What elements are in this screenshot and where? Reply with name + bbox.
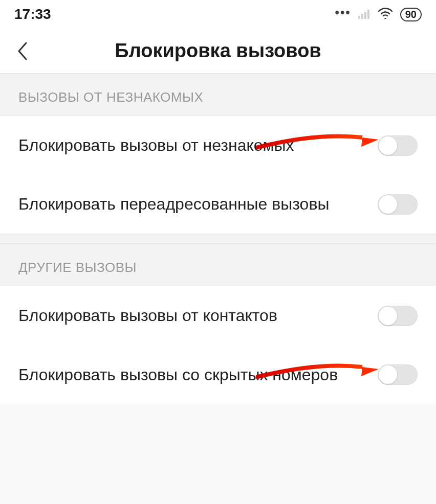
toggle-knob	[379, 195, 397, 214]
row-label: Блокировать вызовы от незнакомых	[18, 134, 378, 156]
section-header-unknown: ВЫЗОВЫ ОТ НЕЗНАКОМЫХ	[0, 74, 436, 116]
row-block-contacts[interactable]: Блокировать вызовы от контактов	[0, 286, 436, 345]
chevron-left-icon	[17, 42, 28, 60]
back-button[interactable]	[10, 39, 35, 63]
battery-indicator: 90	[400, 8, 422, 21]
toggle-knob	[379, 307, 397, 325]
toggle-knob	[379, 136, 397, 155]
row-label: Блокировать вызовы от контактов	[18, 305, 378, 327]
status-time: 17:33	[14, 6, 51, 22]
row-block-forwarded[interactable]: Блокировать переадресованные вызовы	[0, 175, 436, 234]
section-other: Блокировать вызовы от контактов Блокиров…	[0, 286, 436, 404]
more-icon: •••	[335, 5, 351, 19]
section-divider	[0, 234, 436, 244]
status-icons: ••• 90	[335, 6, 422, 22]
svg-rect-2	[364, 12, 366, 19]
toggle-block-forwarded[interactable]	[378, 194, 418, 215]
row-block-unknown[interactable]: Блокировать вызовы от незнакомых	[0, 116, 436, 175]
row-label: Блокировать вызовы со скрытых номеров	[18, 364, 378, 386]
row-label: Блокировать переадресованные вызовы	[18, 193, 378, 215]
svg-rect-3	[367, 10, 369, 19]
toggle-block-hidden[interactable]	[378, 364, 418, 385]
page-title: Блокировка вызовов	[35, 40, 426, 62]
svg-rect-1	[361, 14, 363, 19]
section-header-other: ДРУГИЕ ВЫЗОВЫ	[0, 244, 436, 286]
toggle-block-unknown[interactable]	[378, 135, 418, 156]
toggle-knob	[379, 365, 397, 384]
wifi-icon	[378, 6, 393, 22]
header: Блокировка вызовов	[0, 29, 436, 74]
status-bar: 17:33 ••• 90	[0, 0, 436, 29]
signal-icon	[358, 6, 370, 22]
svg-rect-0	[358, 16, 360, 19]
toggle-block-contacts[interactable]	[378, 306, 418, 326]
section-unknown: Блокировать вызовы от незнакомых Блокиро…	[0, 116, 436, 234]
row-block-hidden[interactable]: Блокировать вызовы со скрытых номеров	[0, 346, 436, 404]
